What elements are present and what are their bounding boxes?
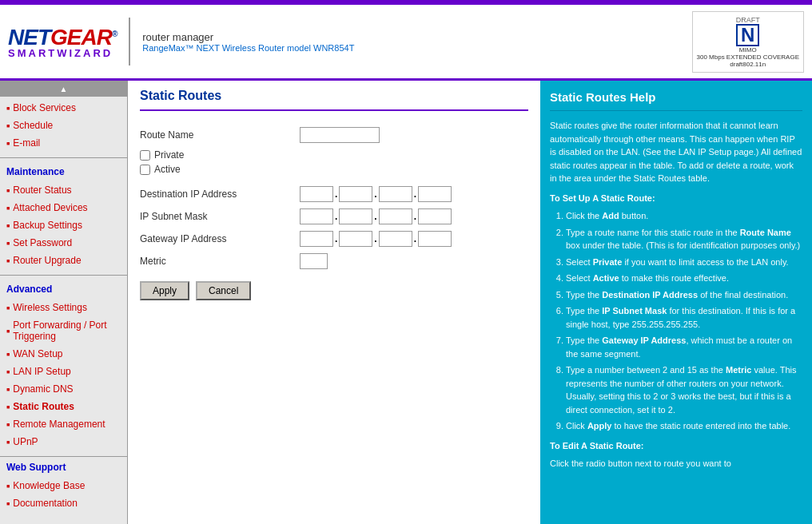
route-name-input[interactable] (300, 127, 380, 143)
sidebar-top-section: Block Services Schedule E-mail (0, 97, 127, 154)
sidebar-item-documentation[interactable]: Documentation (0, 494, 127, 512)
sidebar-category-advanced: Advanced (0, 279, 127, 296)
scroll-up-arrow: ▲ (60, 85, 68, 93)
sidebar-item-label: Port Forwarding / Port Triggering (13, 320, 121, 342)
dest-ip-2[interactable] (339, 186, 372, 202)
title-underline (140, 109, 528, 111)
sidebar-item-remote-management[interactable]: Remote Management (0, 415, 127, 433)
active-checkbox-row: Active (140, 164, 528, 175)
sidebar-item-label: Dynamic DNS (13, 383, 73, 395)
header-right: DRAFT N MIMO 300 Mbps EXTENDED COVERAGE … (692, 11, 804, 73)
sidebar-item-block-services[interactable]: Block Services (0, 99, 127, 117)
sidebar-item-upnp[interactable]: UPnP (0, 433, 127, 451)
subnet-mask-group: . . . (300, 208, 452, 224)
static-routes-form: Route Name Private Active (140, 123, 528, 312)
sidebar-item-backup-settings[interactable]: Backup Settings (0, 216, 127, 234)
sidebar-item-dynamic-dns[interactable]: Dynamic DNS (0, 380, 127, 398)
help-step-4: Select Active to make this route effecti… (566, 272, 802, 285)
ip-dot-1: . (335, 189, 337, 200)
sidebar-item-wan-setup[interactable]: WAN Setup (0, 345, 127, 363)
subnet-3[interactable] (379, 208, 412, 224)
private-checkbox[interactable] (140, 150, 150, 161)
cancel-button[interactable]: Cancel (196, 281, 251, 300)
sidebar-item-port-forwarding[interactable]: Port Forwarding / Port Triggering (0, 316, 127, 345)
help-step-2: Type a route name for this static route … (566, 226, 802, 252)
sidebar-item-email[interactable]: E-mail (0, 134, 127, 152)
router-manager-label: router manager (142, 31, 354, 43)
subnet-2[interactable] (339, 208, 372, 224)
gateway-3[interactable] (379, 231, 412, 247)
sidebar-item-label: Router Status (13, 185, 71, 196)
ip-dot-5: . (335, 211, 337, 222)
dest-ip-4[interactable] (418, 186, 452, 202)
sidebar-advanced-section: Wireless Settings Port Forwarding / Port… (0, 296, 127, 453)
sidebar-item-router-upgrade[interactable]: Router Upgrade (0, 252, 127, 269)
sidebar-item-label: Remote Management (13, 419, 105, 430)
sidebar-item-label: LAN IP Setup (13, 366, 71, 377)
sidebar-divider-1 (0, 157, 127, 158)
ip-dot-8: . (335, 233, 337, 244)
sidebar-item-router-status[interactable]: Router Status (0, 181, 127, 199)
help-step-6: Type the IP Subnet Mask for this destina… (566, 304, 802, 331)
help-edit-intro: Click the radio button next to route you… (550, 457, 802, 470)
metric-row: Metric (140, 253, 528, 269)
sidebar-item-label: UPnP (13, 436, 38, 447)
help-setup-list: Click the Add button. Type a route name … (566, 209, 802, 433)
ip-dot-10: . (414, 233, 416, 244)
apply-button[interactable]: Apply (140, 281, 189, 300)
gateway-ip-group: . . . (300, 231, 452, 247)
sidebar-scroll-up[interactable]: ▲ (0, 81, 127, 97)
sidebar-item-knowledge-base[interactable]: Knowledge Base (0, 477, 127, 494)
sidebar: ▲ Block Services Schedule E-mail Mainten… (0, 81, 128, 524)
draft-mimo-badge: DRAFT N MIMO 300 Mbps EXTENDED COVERAGE … (692, 11, 804, 73)
dest-ip-row: Destination IP Address . . . (140, 186, 528, 202)
sidebar-item-label: WAN Setup (13, 348, 62, 359)
sidebar-item-label: E-mail (13, 137, 40, 149)
content-area: Static Routes Route Name Private (128, 81, 812, 524)
help-panel: Static Routes Help Static routes give th… (540, 81, 812, 524)
subnet-4[interactable] (418, 208, 452, 224)
router-info: router manager RangeMax™ NEXT Wireless R… (142, 31, 354, 53)
sidebar-item-lan-ip-setup[interactable]: LAN IP Setup (0, 363, 127, 380)
sidebar-item-label: Static Routes (13, 401, 74, 412)
sidebar-category-websupport: Web Support (0, 456, 127, 474)
sidebar-item-attached-devices[interactable]: Attached Devices (0, 199, 127, 216)
gateway-2[interactable] (339, 231, 372, 247)
active-label: Active (154, 164, 181, 175)
help-step-1: Click the Add button. (566, 209, 802, 223)
gateway-1[interactable] (300, 231, 333, 247)
gateway-4[interactable] (418, 231, 452, 247)
help-edit-title: To Edit A Static Route: (550, 439, 802, 453)
sidebar-item-schedule[interactable]: Schedule (0, 117, 127, 134)
metric-label: Metric (140, 256, 300, 267)
help-divider (550, 110, 802, 111)
sidebar-item-label: Backup Settings (13, 220, 82, 231)
dest-ip-1[interactable] (300, 186, 333, 202)
sidebar-category-maintenance: Maintenance (0, 161, 127, 179)
ip-dot-3: . (414, 189, 416, 200)
ip-dot-6: . (374, 211, 376, 222)
dest-ip-3[interactable] (379, 186, 412, 202)
sidebar-item-label: Knowledge Base (13, 480, 85, 491)
router-model-label: RangeMax™ NEXT Wireless Router model WNR… (142, 43, 354, 53)
sidebar-websupport-section: Knowledge Base Documentation (0, 474, 127, 514)
help-step-3: Select Private if you want to limit acce… (566, 256, 802, 269)
active-checkbox[interactable] (140, 165, 150, 175)
sidebar-divider-2 (0, 275, 127, 276)
sidebar-item-static-routes[interactable]: Static Routes (0, 398, 127, 415)
sidebar-item-set-password[interactable]: Set Password (0, 234, 127, 252)
subnet-1[interactable] (300, 208, 333, 224)
ip-dot-7: . (414, 211, 416, 222)
metric-input[interactable] (300, 253, 328, 269)
logo-divider (129, 18, 130, 66)
subnet-mask-row: IP Subnet Mask . . . (140, 208, 528, 224)
route-name-label: Route Name (140, 129, 300, 141)
sidebar-item-wireless-settings[interactable]: Wireless Settings (0, 299, 127, 316)
ip-dot-2: . (374, 189, 376, 200)
main-layout: ▲ Block Services Schedule E-mail Mainten… (0, 81, 812, 524)
ip-dot-9: . (374, 233, 376, 244)
route-name-row: Route Name (140, 127, 528, 143)
page-title: Static Routes (140, 89, 528, 103)
help-title: Static Routes Help (550, 90, 802, 104)
private-checkbox-row: Private (140, 149, 528, 161)
